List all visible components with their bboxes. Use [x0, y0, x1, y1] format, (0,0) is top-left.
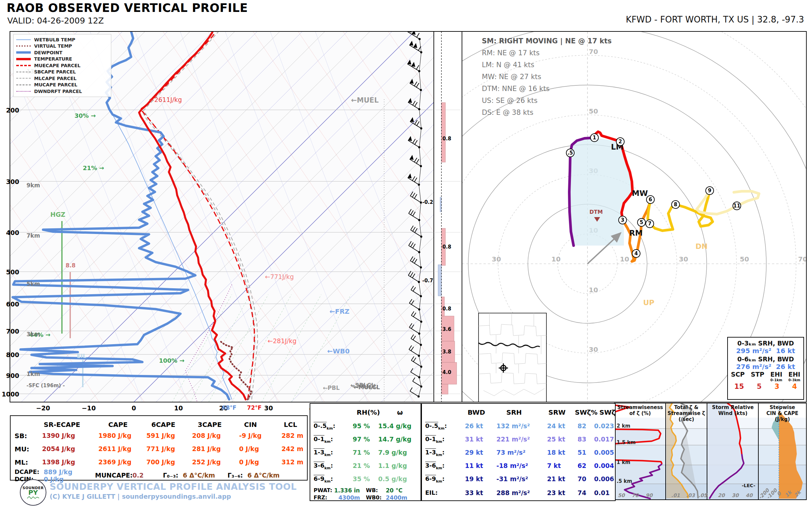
kin-layer-eil: EIL:: [425, 489, 438, 496]
pbl-label: ←PBL: [323, 385, 340, 391]
sb-lcl: 282 m: [282, 432, 303, 439]
layer-3-6: 3-6km:: [314, 462, 333, 470]
ehi3-header: EHI0–3km: [789, 372, 800, 383]
mw-label: MW: [632, 189, 648, 198]
mw-line: MW: NE @ 27 kts: [482, 73, 612, 81]
w-3-6: 1.1 g/kg: [378, 462, 407, 469]
mu-6cape: 771 J/kg: [146, 445, 175, 452]
t-m20: −20: [36, 404, 50, 412]
ring-30-bottom: 30: [589, 345, 598, 353]
h-3km: 3km: [27, 331, 40, 338]
swzpct-header: SWζ%: [575, 408, 597, 416]
srh-0-6-label: 0-6ₖₘ SRH, BWD: [728, 355, 803, 363]
mu-srecape: 2054 J/kg: [42, 445, 75, 452]
rm-line: RM: NE @ 17 kts: [482, 49, 612, 57]
row-mu: MU:: [14, 445, 29, 453]
muecape-line-icon: [16, 65, 31, 66]
pwat-label: PWAT:: [314, 487, 332, 494]
rh-3-6: 21 %: [353, 462, 370, 469]
hgz-label: HGZ: [50, 211, 65, 218]
srw-eil: 23 kt: [547, 489, 565, 496]
adv-val-3: -0.7: [422, 278, 433, 284]
km-1: 1 km: [617, 459, 630, 465]
adv-val-1: -0.2: [422, 199, 433, 205]
swz-0-1: 0.017: [594, 436, 614, 443]
h-7km: 7km: [27, 232, 40, 239]
wb0-value: 2400m: [386, 494, 407, 501]
legend-label: SBCAPE PARCEL: [34, 69, 76, 74]
svg-text:7: 7: [648, 221, 651, 227]
kin-layer-6-9: 6-9km:: [425, 475, 445, 484]
wb0-label: ←WB0: [327, 347, 350, 355]
p-900: 900: [6, 372, 19, 379]
rh-header: RH(%): [357, 408, 380, 416]
ring-50-right: 50: [740, 255, 749, 263]
ehi1-value: 3: [774, 383, 779, 391]
map-inset: [478, 313, 546, 402]
dn-label: DN: [696, 242, 708, 250]
legend-label: WETBULB TEMP: [34, 37, 75, 42]
srw-3-6: 7 kt: [547, 462, 561, 469]
wb0-table-label: WB0:: [366, 494, 382, 501]
layer-0-1: 0-1km:: [314, 436, 333, 444]
frz-value: 4300m: [339, 494, 360, 501]
legend-label: MLCAPE PARCEL: [34, 76, 77, 81]
kin-layer-0-1: 0-1km:: [425, 436, 445, 444]
sm-line: SM: RIGHT MOVING | NE @ 17 kts: [482, 37, 612, 45]
rh-1-3: 71 %: [353, 449, 370, 456]
row-sb: SB:: [14, 432, 27, 440]
srw-0-05: 24 kt: [547, 422, 565, 430]
ehi1-header: EHI0–1km: [770, 372, 782, 383]
bwd-0-05: 26 kt: [465, 422, 483, 430]
h-1km: 1km: [27, 371, 40, 377]
streamwiseness-title: Streamwisenessof ζ (%): [615, 404, 665, 416]
srh-0-3-label: 0-3ₖₘ SRH, BWD: [728, 340, 803, 347]
swp-1-3: 51: [577, 449, 586, 456]
p2-tick-03: .03: [686, 493, 696, 498]
swz-eil: 0.01: [594, 489, 610, 496]
legend-label: DEWPOINT: [34, 50, 62, 55]
gamma36-label: Γ₃₋₆:: [227, 471, 243, 479]
rm-label: RM: [629, 229, 643, 237]
svg-text:5: 5: [640, 219, 643, 225]
srw-header: SRW: [548, 408, 566, 416]
eil-label: EIL: [77, 353, 87, 359]
adv-val-7: 4.0: [443, 369, 451, 375]
p-700: 700: [6, 328, 19, 335]
sb-3cape: 208 J/kg: [192, 432, 221, 439]
bwd-0-6-value: 26 kt: [776, 363, 795, 371]
gamma03-label: Γ₀₋₃:: [163, 471, 178, 479]
kin-layer-3-6: 3-6km:: [425, 462, 445, 470]
sb-6cape: 591 J/kg: [146, 432, 175, 439]
p-800: 800: [6, 351, 19, 358]
srh-header: SRH: [506, 408, 522, 416]
muncape-label: MUNCAPE:: [95, 471, 133, 479]
sfc-label: -SFC (196m) -: [27, 383, 65, 389]
legend-label: DWNDRFT PARCEL: [34, 89, 82, 94]
us-line: US: SE @ 26 kts: [482, 97, 612, 105]
row-ml: ML:: [14, 458, 28, 466]
col-6cape: 6CAPE: [151, 420, 175, 429]
km-0-5: .5 km: [617, 478, 632, 484]
srw-title: Storm RelativeWind (kts): [708, 404, 758, 416]
svg-text:2: 2: [619, 139, 622, 145]
h-5km: 5km: [27, 281, 40, 287]
srh-0-05: 132 m²/s²: [496, 422, 530, 430]
legend-label: TEMPERATURE: [34, 56, 72, 62]
w-6-9: 0.5 g/kg: [378, 475, 407, 483]
dcape-value: 889 J/kg: [44, 468, 72, 475]
p-300: 300: [6, 178, 19, 185]
p3-tick-20: 20: [718, 493, 725, 498]
kin-layer-1-3: 1-3km:: [425, 449, 445, 457]
srw-1-3: 18 kt: [547, 449, 565, 456]
frz-label: ←FRZ: [329, 307, 349, 316]
p-200: 200: [6, 107, 19, 114]
mulcl-label: ←MULCL: [354, 384, 380, 391]
t-10: 10: [174, 404, 183, 412]
lm-line: LM: N @ 41 kts: [482, 61, 612, 69]
bwd-eil: 33 kt: [465, 489, 483, 496]
adv-val-4: 0.8: [443, 306, 451, 312]
svg-text:6: 6: [649, 196, 652, 203]
ring-30-right: 30: [679, 255, 688, 263]
p1-tick-70: 70: [632, 493, 639, 498]
